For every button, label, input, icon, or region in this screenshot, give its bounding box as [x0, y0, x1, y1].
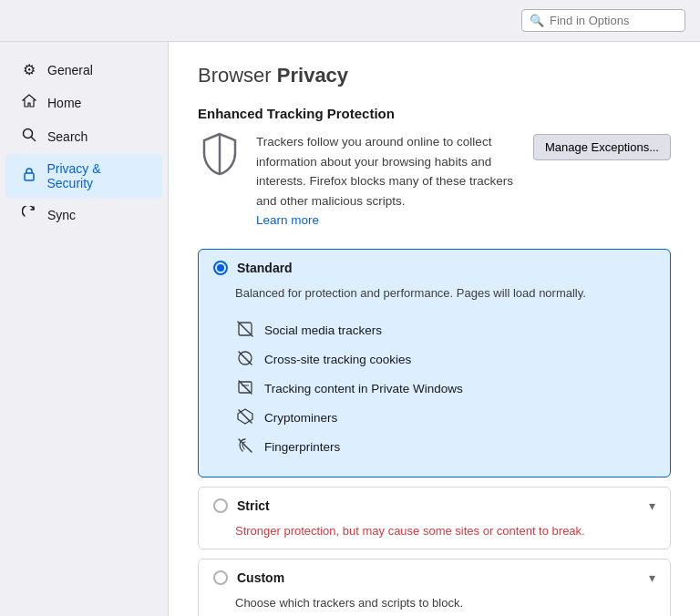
sidebar-label-sync: Sync [47, 208, 76, 222]
radio-strict[interactable] [213, 498, 228, 513]
etp-description-row: Trackers follow you around online to col… [198, 132, 671, 231]
svg-line-13 [239, 439, 252, 452]
svg-rect-2 [25, 173, 34, 180]
home-icon [20, 94, 38, 112]
feature-fingerprinters: Fingerprinters [235, 433, 655, 462]
social-media-tracker-icon [235, 321, 255, 341]
sidebar: ⚙ General Home Search [0, 42, 169, 616]
find-in-options-input[interactable] [550, 14, 677, 27]
radio-standard[interactable] [213, 261, 228, 275]
sidebar-item-search[interactable]: Search [5, 120, 162, 153]
radio-custom[interactable] [213, 570, 228, 585]
feature-label-private-windows: Tracking content in Private Windows [264, 382, 463, 395]
protection-card-standard: Standard Balanced for protection and per… [198, 249, 671, 477]
protection-card-strict-header[interactable]: Strict ▾ [199, 488, 670, 524]
feature-label-cryptominers: Cryptominers [264, 411, 337, 425]
learn-more-link[interactable]: Learn more [256, 213, 319, 227]
feature-label-fingerprinters: Fingerprinters [264, 440, 340, 454]
sidebar-label-privacy-security: Privacy & Security [46, 161, 148, 190]
sidebar-label-general: General [47, 63, 93, 77]
chevron-down-icon-strict: ▾ [649, 498, 655, 513]
protection-desc-custom: Choose which trackers and scripts to blo… [199, 596, 670, 616]
feature-private-windows: Tracking content in Private Windows [235, 375, 655, 404]
sidebar-label-home: Home [47, 96, 81, 110]
sidebar-item-privacy-security[interactable]: Privacy & Security [5, 154, 162, 198]
sidebar-item-home[interactable]: Home [5, 87, 162, 119]
protection-label-custom: Custom [237, 570, 284, 585]
feature-label-social-media: Social media trackers [264, 323, 382, 337]
svg-line-9 [239, 381, 252, 394]
protection-card-strict: Strict ▾ Stronger protection, but may ca… [198, 487, 671, 549]
chevron-down-icon-custom: ▾ [649, 570, 655, 585]
etp-text-block: Trackers follow you around online to col… [256, 132, 519, 231]
svg-line-1 [32, 138, 36, 141]
protection-card-custom: Custom ▾ Choose which trackers and scrip… [198, 559, 671, 616]
protection-label-strict: Strict [237, 498, 270, 513]
protection-label-standard: Standard [237, 261, 293, 275]
sidebar-item-sync[interactable]: Sync [5, 199, 162, 231]
protection-card-custom-header[interactable]: Custom ▾ [199, 560, 670, 596]
search-icon-sidebar [20, 128, 38, 146]
find-in-options-search[interactable]: 🔍 [521, 9, 685, 32]
sidebar-item-general[interactable]: ⚙ General [5, 54, 162, 86]
gear-icon: ⚙ [20, 61, 38, 78]
section-title-etp: Enhanced Tracking Protection [198, 106, 671, 121]
protection-title-row-standard: Standard [213, 261, 293, 275]
sync-icon [20, 206, 38, 224]
manage-exceptions-button[interactable]: Manage Exceptions... [533, 134, 671, 160]
protection-desc-standard: Balanced for protection and performance.… [199, 286, 670, 309]
svg-line-5 [238, 322, 252, 336]
page-title: Browser Privacy [198, 64, 671, 87]
app-layout: ⚙ General Home Search [0, 42, 700, 616]
feature-cryptominers: Cryptominers [235, 404, 655, 433]
cross-site-cookies-icon [235, 350, 255, 370]
cryptominers-icon [235, 408, 255, 428]
feature-cross-site-cookies: Cross-site tracking cookies [235, 345, 655, 375]
lock-icon [20, 167, 37, 185]
protection-title-row-strict: Strict [213, 498, 270, 513]
top-bar: 🔍 [0, 0, 700, 42]
feature-social-media-trackers: Social media trackers [235, 316, 655, 345]
shield-icon [198, 132, 242, 176]
protection-desc-strict: Stronger protection, but may cause some … [199, 524, 670, 549]
protection-card-standard-header[interactable]: Standard [199, 250, 670, 286]
sidebar-label-search: Search [47, 129, 88, 144]
fingerprinters-icon [235, 437, 255, 457]
search-icon: 🔍 [530, 14, 544, 27]
main-content: Browser Privacy Enhanced Tracking Protec… [169, 42, 700, 616]
feature-label-cross-site: Cross-site tracking cookies [264, 353, 411, 366]
private-windows-icon [235, 379, 255, 399]
feature-list-standard: Social media trackers Cross-site trackin… [199, 309, 670, 477]
protection-title-row-custom: Custom [213, 570, 284, 585]
